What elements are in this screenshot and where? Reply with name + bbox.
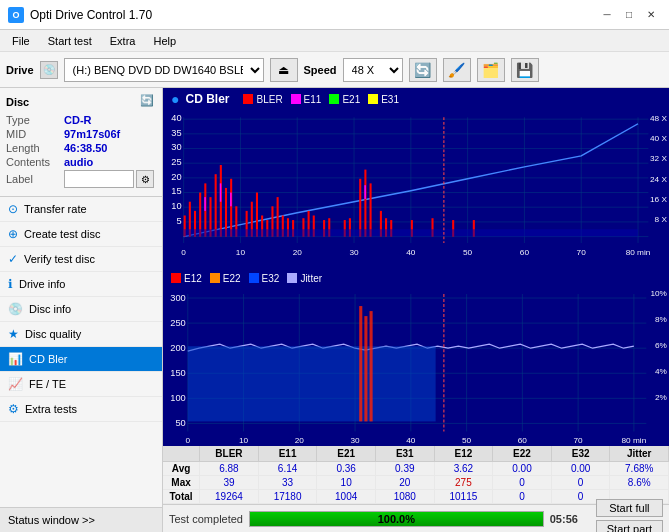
status-text: Test completed bbox=[169, 513, 243, 525]
svg-rect-42 bbox=[230, 179, 232, 237]
svg-text:35: 35 bbox=[171, 128, 181, 137]
disc-info-icon: 💿 bbox=[8, 302, 23, 316]
nav-fe-te[interactable]: 📈 FE / TE bbox=[0, 372, 162, 397]
nav-create-test-disc[interactable]: ⊕ Create test disc bbox=[0, 222, 162, 247]
svg-rect-116 bbox=[370, 311, 373, 421]
type-label: Type bbox=[6, 114, 64, 126]
stats-header-e22: E22 bbox=[493, 446, 552, 461]
stats-max-e32: 0 bbox=[552, 476, 611, 489]
nav-disc-quality-label: Disc quality bbox=[25, 328, 81, 340]
close-button[interactable]: ✕ bbox=[641, 5, 661, 25]
stats-header-e32: E32 bbox=[552, 446, 611, 461]
svg-text:20: 20 bbox=[295, 436, 305, 445]
svg-text:8%: 8% bbox=[655, 315, 667, 324]
create-test-disc-icon: ⊕ bbox=[8, 227, 18, 241]
start-full-button[interactable]: Start full bbox=[596, 499, 663, 517]
legend-e31-color bbox=[368, 94, 378, 104]
nav-transfer-rate[interactable]: ⊙ Transfer rate bbox=[0, 197, 162, 222]
svg-text:10: 10 bbox=[239, 436, 249, 445]
svg-rect-61 bbox=[359, 179, 361, 237]
stats-header-jitter: Jitter bbox=[610, 446, 669, 461]
svg-text:50: 50 bbox=[462, 436, 472, 445]
stats-avg-e21: 0.36 bbox=[317, 462, 376, 475]
svg-text:15: 15 bbox=[171, 187, 181, 196]
svg-text:20: 20 bbox=[293, 248, 303, 256]
stats-total-e21: 1004 bbox=[317, 490, 376, 503]
legend-jitter: Jitter bbox=[287, 273, 322, 284]
svg-rect-74 bbox=[230, 193, 232, 207]
nav-fe-te-label: FE / TE bbox=[29, 378, 66, 390]
toolbar-btn-1[interactable]: 🔄 bbox=[409, 58, 437, 82]
nav-drive-info-label: Drive info bbox=[19, 278, 65, 290]
disc-quality-icon: ★ bbox=[8, 327, 19, 341]
legend-e12-color bbox=[171, 273, 181, 283]
menu-starttest[interactable]: Start test bbox=[40, 33, 100, 49]
svg-text:8 X: 8 X bbox=[655, 215, 668, 223]
legend-bler-label: BLER bbox=[256, 94, 282, 105]
speed-select[interactable]: 48 X bbox=[343, 58, 403, 82]
drive-label: Drive bbox=[6, 64, 34, 76]
nav-extra-tests[interactable]: ⚙ Extra tests bbox=[0, 397, 162, 422]
legend-bler: BLER bbox=[243, 94, 282, 105]
menu-file[interactable]: File bbox=[4, 33, 38, 49]
drivebar: Drive 💿 (H:) BENQ DVD DD DW1640 BSLB ⏏ S… bbox=[0, 52, 669, 88]
svg-rect-72 bbox=[204, 197, 206, 211]
right-panel: ● CD Bler BLER E11 E21 bbox=[163, 88, 669, 532]
minimize-button[interactable]: ─ bbox=[597, 5, 617, 25]
bottom-chart: 300 250 200 150 100 50 10% 8% 6% 4% 2% bbox=[163, 286, 669, 447]
svg-text:150: 150 bbox=[170, 368, 186, 378]
legend-e11: E11 bbox=[291, 94, 322, 105]
toolbar-btn-3[interactable]: 🗂️ bbox=[477, 58, 505, 82]
svg-text:0: 0 bbox=[181, 248, 186, 256]
mid-value: 97m17s06f bbox=[64, 128, 120, 140]
svg-text:40: 40 bbox=[406, 436, 416, 445]
legend-jitter-color bbox=[287, 273, 297, 283]
svg-text:6%: 6% bbox=[655, 341, 667, 350]
start-part-button[interactable]: Start part bbox=[596, 520, 663, 532]
nav-drive-info[interactable]: ℹ Drive info bbox=[0, 272, 162, 297]
svg-text:70: 70 bbox=[574, 436, 584, 445]
svg-text:30: 30 bbox=[171, 143, 181, 152]
maximize-button[interactable]: □ bbox=[619, 5, 639, 25]
drive-select[interactable]: (H:) BENQ DVD DD DW1640 BSLB bbox=[64, 58, 264, 82]
svg-rect-114 bbox=[359, 306, 362, 421]
eject-button[interactable]: ⏏ bbox=[270, 58, 298, 82]
legend-e32-color bbox=[249, 273, 259, 283]
nav-disc-quality[interactable]: ★ Disc quality bbox=[0, 322, 162, 347]
stats-avg-jitter: 7.68% bbox=[610, 462, 669, 475]
nav-cd-bler[interactable]: 📊 CD Bler bbox=[0, 347, 162, 372]
chart-title-icon: ● bbox=[171, 91, 179, 107]
svg-text:50: 50 bbox=[175, 418, 185, 428]
disc-refresh-icon[interactable]: 🔄 bbox=[140, 94, 156, 110]
stats-max-jitter: 8.6% bbox=[610, 476, 669, 489]
status-window-button[interactable]: Status window >> bbox=[0, 507, 162, 532]
stats-row-max: Max 39 33 10 20 275 0 0 8.6% bbox=[163, 476, 669, 490]
fe-te-icon: 📈 bbox=[8, 377, 23, 391]
nav-disc-info-label: Disc info bbox=[29, 303, 71, 315]
svg-text:20: 20 bbox=[171, 172, 181, 181]
legend-e31: E31 bbox=[368, 94, 399, 105]
stats-max-e31: 20 bbox=[376, 476, 435, 489]
app-title: Opti Drive Control 1.70 bbox=[30, 8, 152, 22]
svg-rect-39 bbox=[215, 174, 217, 236]
nav-disc-info[interactable]: 💿 Disc info bbox=[0, 297, 162, 322]
toolbar-btn-2[interactable]: 🖌️ bbox=[443, 58, 471, 82]
stats-avg-e31: 0.39 bbox=[376, 462, 435, 475]
label-edit-button[interactable]: ⚙ bbox=[136, 170, 154, 188]
toolbar-btn-4[interactable]: 💾 bbox=[511, 58, 539, 82]
nav-verify-test-disc[interactable]: ✓ Verify test disc bbox=[0, 247, 162, 272]
nav-verify-test-disc-label: Verify test disc bbox=[24, 253, 95, 265]
stats-avg-bler: 6.88 bbox=[200, 462, 259, 475]
svg-text:25: 25 bbox=[171, 158, 181, 167]
menu-extra[interactable]: Extra bbox=[102, 33, 144, 49]
label-input[interactable] bbox=[64, 170, 134, 188]
svg-text:80 min: 80 min bbox=[622, 436, 647, 445]
legend-e32-label: E32 bbox=[262, 273, 280, 284]
legend-e11-label: E11 bbox=[304, 94, 322, 105]
chart-area: ● CD Bler BLER E11 E21 bbox=[163, 88, 669, 446]
svg-text:250: 250 bbox=[170, 318, 186, 328]
svg-rect-62 bbox=[364, 170, 366, 237]
menu-help[interactable]: Help bbox=[145, 33, 184, 49]
svg-text:4%: 4% bbox=[655, 367, 667, 376]
nav-transfer-rate-label: Transfer rate bbox=[24, 203, 87, 215]
